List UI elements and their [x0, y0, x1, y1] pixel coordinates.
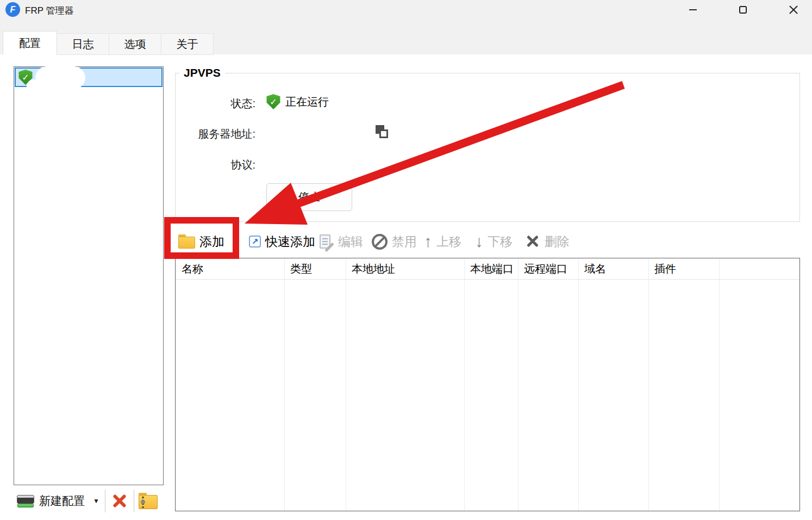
up-arrow-icon: ↑: [424, 233, 432, 250]
copy-icon[interactable]: [376, 125, 390, 140]
column-header-plugin[interactable]: 插件: [648, 258, 719, 279]
proxy-table[interactable]: 名称 类型 本地地址 本地端口 远程端口 域名 插件: [175, 258, 800, 511]
edit-button[interactable]: 编辑: [320, 230, 363, 253]
frp-manager-window: F FRP 管理器 配置 日志 选项 关于 ✓ 新建配置 ▼: [0, 0, 812, 520]
quick-add-icon: ↗: [249, 236, 261, 247]
new-config-label: 新建配置: [39, 493, 85, 509]
move-up-button[interactable]: ↑ 上移: [424, 230, 461, 253]
status-label: 状态:: [163, 96, 255, 111]
column-header-domain[interactable]: 域名: [578, 258, 648, 279]
add-button[interactable]: 添加: [178, 230, 224, 253]
tab-bar: 配置 日志 选项 关于: [3, 31, 214, 55]
protocol-label: 协议:: [163, 158, 255, 172]
stop-button[interactable]: 停止: [266, 183, 352, 211]
delete-button[interactable]: 删除: [525, 230, 570, 253]
move-up-label: 上移: [436, 233, 461, 250]
disable-label: 禁用: [392, 233, 417, 250]
tab-options[interactable]: 选项: [109, 33, 161, 55]
close-button[interactable]: [776, 0, 811, 20]
column-header-local-address[interactable]: 本地地址: [346, 258, 464, 279]
chevron-down-icon[interactable]: ▼: [93, 497, 99, 505]
edit-icon: [320, 233, 334, 250]
app-logo-icon: F: [5, 2, 20, 17]
close-icon: [789, 5, 798, 15]
edit-label: 编辑: [338, 233, 363, 250]
delete-config-button[interactable]: [109, 491, 130, 511]
config-list[interactable]: ✓: [14, 66, 164, 485]
window-title: FRP 管理器: [25, 4, 73, 17]
server-address-label: 服务器地址:: [163, 127, 255, 141]
minimize-icon: [689, 9, 697, 10]
delete-x-icon: [525, 234, 540, 249]
column-header-name[interactable]: 名称: [176, 258, 284, 279]
maximize-icon: [739, 6, 747, 14]
divider: [134, 490, 134, 512]
folder-icon: [178, 234, 195, 249]
quick-add-label: 快速添加: [265, 233, 315, 250]
tab-config[interactable]: 配置: [3, 31, 57, 55]
open-config-folder-button[interactable]: [139, 493, 158, 509]
config-list-item-selected[interactable]: ✓: [15, 67, 163, 87]
move-down-button[interactable]: ↓ 下移: [475, 230, 513, 253]
column-header-local-port[interactable]: 本地端口: [464, 258, 518, 279]
column-header-remote-port[interactable]: 远程端口: [518, 258, 578, 279]
tab-log[interactable]: 日志: [57, 33, 109, 55]
running-shield-icon: ✓: [266, 94, 280, 109]
tab-about[interactable]: 关于: [161, 33, 214, 55]
server-drive-icon: [17, 494, 34, 508]
redaction-blob: [27, 79, 72, 94]
maximize-button[interactable]: [727, 0, 759, 20]
new-config-button[interactable]: 新建配置 ▼: [14, 491, 103, 511]
quick-add-button[interactable]: ↗ 快速添加 ▼: [249, 230, 329, 253]
column-header-type[interactable]: 类型: [284, 258, 346, 279]
sidebar-footer: 新建配置 ▼: [14, 488, 158, 513]
disable-icon: [372, 234, 388, 250]
down-arrow-icon: ↓: [475, 233, 483, 250]
status-text: 正在运行: [285, 95, 329, 109]
title-bar: F FRP 管理器 配置 日志 选项 关于: [0, 0, 812, 54]
disable-button[interactable]: 禁用: [372, 230, 417, 253]
add-label: 添加: [199, 233, 224, 250]
divider: [105, 490, 105, 512]
config-name-title: JPVPS: [179, 66, 225, 79]
delete-label: 删除: [545, 233, 570, 250]
status-value: ✓ 正在运行: [266, 94, 329, 109]
move-down-label: 下移: [488, 233, 513, 250]
minimize-button[interactable]: [677, 0, 709, 20]
